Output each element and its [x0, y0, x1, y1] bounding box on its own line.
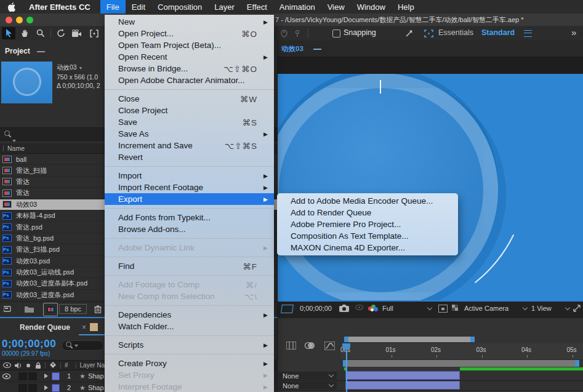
file-menu-item[interactable]: Browse in Bridge... ⌥⇧⌘O ▶: [105, 63, 274, 74]
interpret-footage-icon[interactable]: [1, 303, 15, 315]
file-menu-item[interactable]: Export ▶: [105, 193, 274, 205]
panel-tab-swatch[interactable]: [90, 323, 98, 331]
composition-thumbnail[interactable]: [1, 62, 52, 103]
time-navigator-bar[interactable]: [343, 360, 579, 367]
file-menu-item[interactable]: Revert ▶: [105, 151, 274, 163]
layer-label-chip[interactable]: [52, 384, 60, 392]
close-tab-icon[interactable]: ×: [82, 323, 86, 332]
playhead-line[interactable]: [346, 350, 347, 392]
zoom-tool-icon[interactable]: [34, 27, 47, 39]
file-menu-item[interactable]: Open Adobe Character Animator... ▶: [105, 74, 274, 86]
project-panel-tab[interactable]: Project: [5, 47, 30, 55]
file-menu-item[interactable]: ▶: [105, 163, 274, 170]
layer-name[interactable]: Shap: [88, 372, 104, 380]
diagonal-arrow-icon[interactable]: [402, 27, 416, 39]
layer-duration-bar[interactable]: [345, 371, 460, 380]
file-menu-item[interactable]: Watch Folder... ▶: [105, 321, 274, 332]
file-menu-item[interactable]: Add Fonts from Typekit... ▶: [105, 212, 274, 223]
file-menu-item[interactable]: Import ▶: [105, 170, 274, 182]
apple-icon[interactable]: [7, 2, 15, 12]
rotate-tool-icon[interactable]: [54, 27, 68, 39]
workspace-menu-icon[interactable]: [521, 27, 534, 39]
file-menu-item[interactable]: Increment and Save ⌥⇧⌘S ▶: [105, 140, 274, 151]
time-ruler[interactable]: 00s01s02s03s04s05s: [340, 343, 583, 360]
snapshot-camera-icon[interactable]: [339, 305, 349, 312]
file-menu-item[interactable]: ▶: [105, 272, 274, 279]
expand-layer-arrow[interactable]: [44, 374, 48, 378]
new-composition-icon[interactable]: [43, 303, 58, 316]
file-menu-item[interactable]: Open Recent ▶: [105, 51, 274, 63]
work-area-bar[interactable]: [344, 337, 475, 342]
audio-icon[interactable]: [15, 362, 22, 369]
column-divider[interactable]: [3, 145, 4, 151]
file-menu-item[interactable]: Interpret Footage ▶: [105, 381, 274, 392]
file-menu-item[interactable]: Close ⌘W ▶: [105, 93, 274, 105]
app-name[interactable]: After Effects CC: [24, 2, 95, 12]
comp-name-dropdown-icon[interactable]: ▼: [79, 66, 83, 70]
name-column-header[interactable]: Name: [7, 145, 25, 152]
layer-name-column-header[interactable]: Layer Na: [80, 362, 105, 369]
layer-name[interactable]: Shap: [88, 384, 104, 391]
current-timecode[interactable]: 0;00;00;00: [2, 338, 56, 350]
switch-cell[interactable]: [18, 372, 27, 380]
export-submenu-item[interactable]: Add to Adobe Media Encoder Queue...: [277, 195, 458, 207]
snapping-label[interactable]: Snapping: [344, 28, 376, 37]
menubar-item[interactable]: Layer: [208, 0, 241, 14]
switch-cell[interactable]: [28, 372, 37, 380]
selection-tool-icon[interactable]: [2, 27, 15, 39]
composition-tab[interactable]: 动效03: [281, 44, 304, 54]
file-menu-item[interactable]: ▶: [105, 205, 274, 212]
file-menu-item[interactable]: Dependencies ▶: [105, 309, 274, 321]
expand-layer-arrow[interactable]: [44, 385, 48, 390]
graph-editor-icon[interactable]: [324, 342, 335, 350]
viewer-timecode[interactable]: 0;00;00;00: [300, 305, 332, 312]
file-menu-item[interactable]: Browse Add-ons... ▶: [105, 223, 274, 235]
file-menu-item[interactable]: Find ⌘F ▶: [105, 260, 274, 272]
workspace-tab-essentials[interactable]: Essentials: [438, 28, 473, 37]
file-menu-item[interactable]: Open Project... ⌘O ▶: [105, 28, 274, 39]
file-menu-item[interactable]: Set Proxy ▶: [105, 369, 274, 381]
menubar-item[interactable]: Window: [351, 0, 392, 14]
menubar-item[interactable]: Effect: [241, 0, 273, 14]
title-action-safe-icon[interactable]: [281, 305, 293, 313]
menubar-item[interactable]: Composition: [151, 0, 208, 14]
view-layout-select[interactable]: 1 View: [531, 305, 569, 312]
layer-visibility-eye-icon[interactable]: [0, 374, 12, 379]
capture-region-icon[interactable]: [422, 27, 435, 39]
selected-comp-name[interactable]: 动效03: [57, 63, 77, 71]
layer-duration-bar[interactable]: [345, 381, 460, 390]
file-menu-item[interactable]: Open Team Project (Beta)... ▶: [105, 39, 274, 51]
parent-dropdown[interactable]: None: [279, 372, 337, 380]
file-menu-item[interactable]: ▶: [105, 351, 274, 358]
parent-dropdown[interactable]: None: [279, 382, 337, 390]
pan-behind-tool-icon[interactable]: [87, 27, 101, 39]
snapping-checkbox[interactable]: [332, 30, 340, 38]
solo-icon[interactable]: [26, 363, 31, 368]
file-menu-item[interactable]: ▶: [105, 86, 274, 93]
file-menu-item[interactable]: New Comp from Selection ⌥\ ▶: [105, 290, 274, 302]
composition-viewer[interactable]: [278, 74, 583, 300]
frame-blending-icon[interactable]: [286, 342, 296, 350]
file-menu-item[interactable]: Adobe Dynamic Link ▶: [105, 242, 274, 254]
file-menu-item[interactable]: ▶: [105, 254, 274, 260]
timeline-layer-row[interactable]: None: [278, 381, 583, 391]
video-visibility-icon[interactable]: [3, 362, 11, 368]
resize-viewer-icon[interactable]: [573, 305, 581, 312]
menubar-item[interactable]: Edit: [126, 0, 151, 14]
motion-blur-icon[interactable]: [305, 342, 315, 350]
lock-icon[interactable]: [35, 362, 41, 369]
file-menu-item[interactable]: Add Footage to Comp ⌘/ ▶: [105, 279, 274, 290]
label-column-icon[interactable]: [49, 362, 57, 369]
menubar-item[interactable]: Help: [392, 0, 420, 14]
camera-view-select[interactable]: Active Camera: [464, 305, 527, 312]
new-folder-icon[interactable]: [22, 303, 36, 315]
file-menu-item[interactable]: New ▶: [105, 16, 274, 28]
transparency-grid-icon[interactable]: [452, 305, 458, 308]
menubar-item[interactable]: View: [321, 0, 351, 14]
export-submenu-item[interactable]: Adobe Premiere Pro Project...: [277, 218, 458, 230]
export-submenu-item[interactable]: Composition As Text Template...: [277, 230, 458, 242]
file-menu-item[interactable]: Import Recent Footage ▶: [105, 182, 274, 193]
switch-cell[interactable]: [18, 384, 27, 392]
delete-trash-icon[interactable]: [91, 303, 105, 315]
render-queue-tab[interactable]: Render Queue: [20, 323, 70, 332]
